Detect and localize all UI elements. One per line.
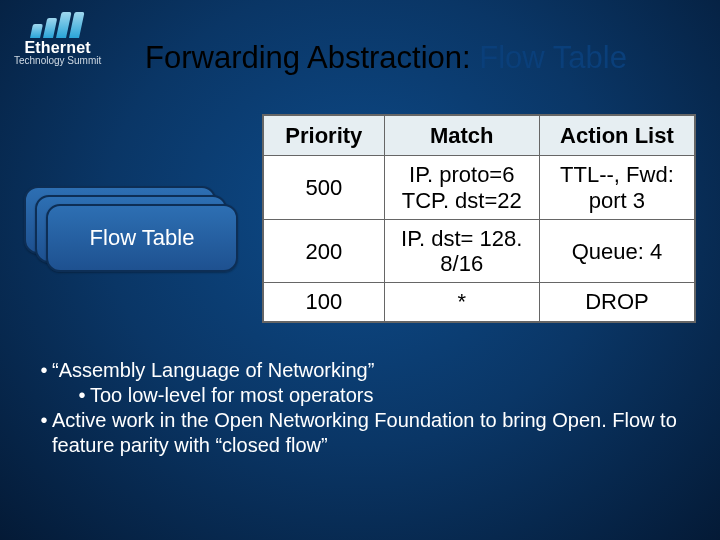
title-main: Forwarding Abstraction: [145,40,479,75]
cell-match: * [384,283,539,321]
slide: Ethernet Technology Summit Forwarding Ab… [0,0,720,540]
title-accent: Flow Table [479,40,627,75]
bullet-text: Active work in the Open Networking Found… [52,408,684,458]
summit-logo: Ethernet Technology Summit [14,10,101,66]
bullet-item: • “Assembly Language of Networking” [36,358,684,383]
bullet-dot-icon: • [74,383,90,408]
bullet-text: “Assembly Language of Networking” [52,358,374,383]
th-priority: Priority [264,116,385,156]
flow-table: Priority Match Action List 500 IP. proto… [262,114,696,323]
table-row: 200 IP. dst= 128. 8/16 Queue: 4 [264,219,695,283]
cell-match: IP. proto=6 TCP. dst=22 [384,156,539,220]
cell-action: Queue: 4 [539,219,694,283]
cell-priority: 200 [264,219,385,283]
cell-match: IP. dst= 128. 8/16 [384,219,539,283]
table-row: 500 IP. proto=6 TCP. dst=22 TTL--, Fwd: … [264,156,695,220]
bullet-item-sub: • Too low-level for most operators [74,383,684,408]
logo-bars-icon [11,10,104,38]
logo-subtitle: Technology Summit [14,56,101,66]
table-header-row: Priority Match Action List [264,116,695,156]
cell-action: TTL--, Fwd: port 3 [539,156,694,220]
th-action: Action List [539,116,694,156]
bullet-dot-icon: • [36,358,52,383]
slide-title: Forwarding Abstraction: Flow Table [145,40,627,76]
stack-card-front: Flow Table [46,204,238,272]
bullet-dot-icon: • [36,408,52,433]
bullet-item: • Active work in the Open Networking Fou… [36,408,684,458]
th-match: Match [384,116,539,156]
bullet-list: • “Assembly Language of Networking” • To… [36,358,684,458]
logo-name: Ethernet [14,40,101,56]
table-row: 100 * DROP [264,283,695,321]
stack-label: Flow Table [90,225,195,251]
cell-priority: 500 [264,156,385,220]
bullet-text: Too low-level for most operators [90,383,373,408]
cell-priority: 100 [264,283,385,321]
cell-action: DROP [539,283,694,321]
